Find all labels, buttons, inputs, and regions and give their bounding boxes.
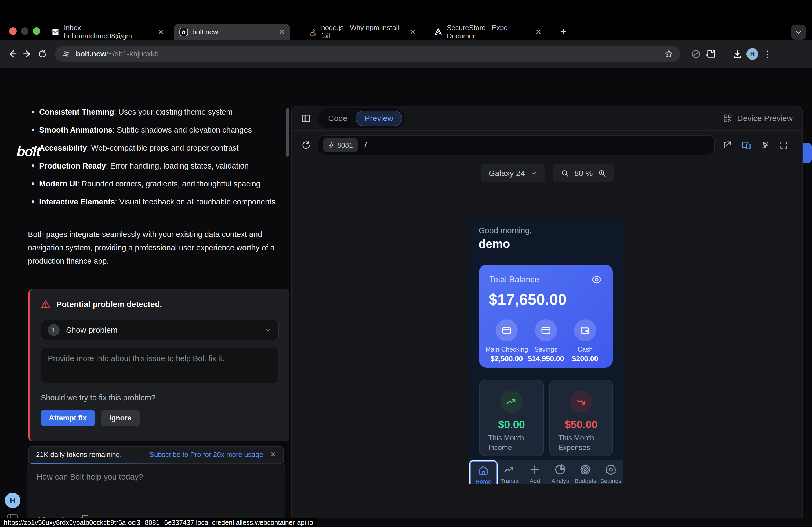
username-text: demo (478, 237, 510, 251)
nav-item-budgets[interactable]: Budgets (573, 461, 598, 483)
downloads-button[interactable] (730, 46, 745, 61)
adblock-extension-icon[interactable] (688, 46, 704, 61)
browser-menu-kebab-icon[interactable]: ⋮ (760, 46, 775, 61)
panel-toggle-icon[interactable] (301, 114, 311, 123)
account-item[interactable]: Cash $200.00 (563, 319, 607, 363)
expenses-card[interactable]: $50.00 This Month Expenses (549, 380, 613, 456)
bottom-navigation: Home Transa Add Analyti Budgets Settings (469, 460, 624, 483)
browser-tab-expo[interactable]: SecureStore - Expo Documen ✕ (429, 24, 547, 40)
nav-item-home[interactable]: Home (470, 461, 497, 483)
extensions-puzzle-icon[interactable] (704, 46, 719, 61)
gear-icon (605, 464, 617, 476)
credit-card-icon (540, 325, 551, 336)
tab-strip: Inbox - hellomatchme08@gm ✕ b bolt.new ✕… (0, 0, 812, 40)
tab-close-icon[interactable]: ✕ (158, 28, 164, 36)
open-external-icon[interactable] (722, 140, 732, 150)
traffic-minimize-button[interactable] (21, 27, 28, 35)
back-button[interactable] (5, 46, 20, 61)
income-card[interactable]: $0.00 This Month Income (479, 380, 544, 456)
feature-bullet-list: Consistent Theming: Uses your existing t… (28, 105, 291, 213)
chat-input-textarea[interactable] (27, 464, 285, 504)
avatar-initial: H (10, 496, 16, 505)
preview-url-field[interactable]: 8081 / (318, 135, 715, 155)
code-preview-toggle: Code Preview (318, 108, 404, 128)
chat-input-box[interactable] (27, 463, 285, 527)
browser-tab-stackoverflow[interactable]: node.js - Why npm install fail ✕ (303, 24, 421, 40)
device-selector[interactable]: Galaxy 24 (481, 164, 545, 182)
trend-icon (504, 464, 515, 476)
chevron-down-icon (264, 326, 272, 334)
summary-paragraph: Both pages integrate seamlessly with you… (28, 228, 283, 268)
fullscreen-icon[interactable] (779, 140, 788, 150)
nav-item-add[interactable]: Add (522, 461, 548, 483)
ignore-button[interactable]: Ignore (101, 410, 140, 426)
bookmark-star-icon[interactable] (664, 49, 673, 59)
pie-chart-icon (554, 464, 566, 476)
refresh-icon[interactable] (301, 140, 311, 150)
zoom-out-icon[interactable] (561, 169, 569, 177)
nav-item-analytics[interactable]: Analyti (548, 461, 573, 483)
preview-panel: Code Preview Device Preview 8081 / (291, 106, 803, 518)
income-label: This Month Income (488, 433, 531, 452)
browser-tab-bolt[interactable]: b bolt.new ✕ (174, 24, 290, 40)
device-controls: Galaxy 24 80 % (481, 164, 614, 182)
browser-tab-gmail[interactable]: Inbox - hellomatchme08@gm ✕ (46, 24, 169, 40)
close-icon[interactable]: ✕ (270, 451, 276, 459)
reload-button[interactable] (35, 46, 50, 61)
nav-label: Analyti (551, 478, 569, 483)
greeting-text: Good morning, (478, 226, 532, 235)
device-toggle-icon[interactable] (741, 140, 751, 150)
tab-label: bolt.new (192, 28, 218, 36)
nav-label: Budgets (575, 478, 596, 483)
nav-label: Transa (501, 478, 519, 483)
subscribe-pro-link[interactable]: Subscribe to Pro for 20x more usage (149, 451, 263, 459)
list-item: Interactive Elements: Visual feedback on… (28, 195, 291, 209)
nav-item-transactions[interactable]: Transa (497, 461, 522, 483)
attempt-fix-button[interactable]: Attempt fix (41, 410, 95, 426)
toolbar-divider (724, 47, 724, 60)
trending-down-icon (576, 396, 587, 407)
tab-close-icon[interactable]: ✕ (535, 28, 541, 36)
fix-question-text: Should we try to fix this problem? (41, 393, 279, 402)
tab-search-chevron-button[interactable] (791, 25, 806, 40)
tab-close-icon[interactable]: ✕ (279, 28, 285, 36)
url-bar[interactable]: bolt.new/~/sb1-khjucxkb (55, 46, 680, 62)
site-settings-icon[interactable] (62, 50, 70, 58)
device-preview-button[interactable]: Device Preview (723, 114, 793, 123)
bolt-favicon: b (179, 28, 188, 36)
gmail-icon (51, 28, 60, 36)
user-avatar[interactable]: H (5, 493, 20, 508)
traffic-zoom-button[interactable] (33, 27, 40, 35)
preview-path: / (365, 141, 367, 149)
tokens-remaining-text: 21K daily tokens remaining. (36, 451, 122, 459)
account-item[interactable]: Main Checking $2,500.00 (484, 319, 529, 363)
list-item: Production Ready: Error handling, loadin… (28, 159, 291, 172)
zoom-in-icon[interactable] (598, 169, 606, 177)
eye-icon[interactable] (591, 274, 602, 285)
show-problem-label: Show problem (66, 326, 118, 335)
traffic-close-button[interactable] (9, 27, 17, 35)
new-tab-button[interactable]: + (560, 26, 566, 38)
tab-code[interactable]: Code (320, 111, 356, 125)
stackoverflow-icon (308, 28, 317, 36)
nav-item-settings[interactable]: Settings (598, 461, 624, 483)
nav-label: Home (476, 478, 491, 483)
balance-label: Total Balance (489, 275, 539, 284)
inspect-cursor-icon[interactable] (760, 140, 770, 150)
port-chip[interactable]: 8081 (323, 138, 358, 152)
url-path: /~/sb1-khjucxkb (106, 50, 159, 58)
forward-button[interactable] (20, 46, 35, 61)
tab-close-icon[interactable]: ✕ (410, 28, 416, 36)
account-item[interactable]: Savings $14,950.00 (524, 319, 568, 363)
total-balance-card[interactable]: Total Balance $17,650.00 Main Checking $… (479, 265, 613, 367)
browser-profile-avatar[interactable]: H (745, 46, 760, 61)
chat-scrollbar-thumb[interactable] (286, 108, 289, 157)
problem-info-textarea[interactable] (41, 348, 279, 383)
tab-preview[interactable]: Preview (356, 110, 403, 126)
show-problem-dropdown[interactable]: 1 Show problem (41, 320, 279, 340)
nav-label: Settings (600, 478, 622, 483)
preview-header: Code Preview Device Preview (292, 106, 802, 131)
qr-code-icon (723, 114, 732, 123)
device-viewport: Good morning, demo Total Balance $17,650… (469, 218, 624, 483)
trending-up-icon (506, 396, 517, 407)
